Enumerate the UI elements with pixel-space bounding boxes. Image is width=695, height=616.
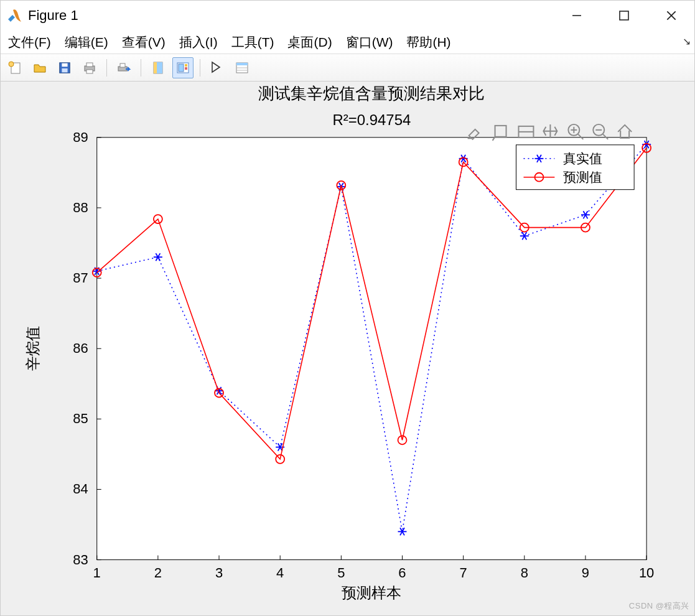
save-button[interactable] <box>54 57 75 78</box>
y-tick-label: 84 <box>73 481 88 497</box>
dock-arrow-icon[interactable]: ↘ <box>683 35 691 47</box>
svg-rect-26 <box>97 138 646 560</box>
x-tick-label: 5 <box>337 565 345 581</box>
y-tick-label: 86 <box>73 340 88 356</box>
rect-zoom-icon[interactable] <box>518 126 533 138</box>
x-tick-label: 6 <box>398 565 406 581</box>
menu-edit[interactable]: 编辑(E) <box>62 32 111 52</box>
edit-plot-button[interactable] <box>207 57 228 78</box>
zoom-in-icon[interactable] <box>568 124 583 139</box>
titlebar: Figure 1 <box>1 1 694 30</box>
svg-rect-9 <box>62 68 67 72</box>
zoom-out-icon[interactable] <box>593 124 608 139</box>
close-button[interactable] <box>657 3 686 28</box>
svg-rect-12 <box>86 70 93 73</box>
x-tick-label: 4 <box>276 565 284 581</box>
figure-canvas: 测试集辛烷值含量预测结果对比R²=0.947541234567891083848… <box>1 82 694 615</box>
chart-subtitle: R²=0.94754 <box>333 111 411 128</box>
print-preview-button[interactable] <box>113 57 134 78</box>
y-tick-label: 87 <box>73 270 88 286</box>
legend-true-label: 真实值 <box>563 151 602 166</box>
chart-title: 测试集辛烷值含量预测结果对比 <box>258 85 485 102</box>
svg-rect-16 <box>154 62 157 73</box>
open-button[interactable] <box>29 57 50 78</box>
svg-marker-0 <box>8 15 15 22</box>
chart-svg: 测试集辛烷值含量预测结果对比R²=0.947541234567891083848… <box>1 82 694 614</box>
menu-help[interactable]: 帮助(H) <box>404 32 453 52</box>
insert-colorbar-button[interactable] <box>172 57 194 78</box>
link-plot-button[interactable] <box>147 57 169 78</box>
svg-rect-91 <box>495 126 506 137</box>
menubar: 文件(F) 编辑(E) 查看(V) 插入(I) 工具(T) 桌面(D) 窗口(W… <box>1 30 694 54</box>
svg-rect-21 <box>185 67 187 70</box>
maximize-button[interactable] <box>610 3 638 28</box>
menu-desktop[interactable]: 桌面(D) <box>285 32 334 52</box>
svg-point-6 <box>9 62 14 67</box>
legend-pred-label: 预测值 <box>563 170 602 184</box>
svg-rect-17 <box>157 62 162 73</box>
y-axis-label: 辛烷值 <box>24 326 41 371</box>
menu-view[interactable]: 查看(V) <box>119 32 168 52</box>
new-figure-button[interactable] <box>4 57 26 78</box>
x-tick-label: 10 <box>639 565 654 581</box>
y-tick-label: 89 <box>73 129 88 145</box>
svg-rect-23 <box>236 63 248 65</box>
x-tick-label: 9 <box>582 565 589 581</box>
menu-file[interactable]: 文件(F) <box>6 32 54 52</box>
window-title: Figure 1 <box>28 7 78 24</box>
svg-rect-8 <box>62 63 67 67</box>
x-tick-label: 7 <box>460 565 467 581</box>
home-icon[interactable] <box>618 125 632 138</box>
menu-window[interactable]: 窗口(W) <box>343 32 396 52</box>
y-tick-label: 88 <box>73 200 88 215</box>
toolbar <box>1 54 694 82</box>
window-controls <box>562 3 686 28</box>
menu-tools[interactable]: 工具(T) <box>229 32 277 52</box>
svg-rect-11 <box>86 63 93 67</box>
x-tick-label: 1 <box>93 565 101 581</box>
x-tick-label: 3 <box>215 565 223 581</box>
y-tick-label: 83 <box>73 552 88 567</box>
svg-rect-20 <box>185 64 187 67</box>
property-inspector-button[interactable] <box>231 57 253 78</box>
x-axis-label: 预测样本 <box>342 584 401 601</box>
x-tick-label: 2 <box>154 565 162 581</box>
x-tick-label: 8 <box>521 565 528 581</box>
minimize-button[interactable] <box>562 3 591 28</box>
svg-rect-14 <box>120 63 125 67</box>
watermark-text: CSDN @程高兴 <box>629 600 689 612</box>
svg-rect-2 <box>620 11 628 20</box>
y-tick-label: 85 <box>73 411 88 426</box>
pan-icon[interactable] <box>543 124 557 138</box>
menu-insert[interactable]: 插入(I) <box>177 32 220 52</box>
figure-window: Figure 1 文件(F) 编辑(E) 查看(V) 插入(I) 工具(T) 桌… <box>0 0 695 616</box>
print-button[interactable] <box>79 57 100 78</box>
svg-rect-19 <box>179 64 184 72</box>
matlab-icon <box>7 8 22 23</box>
